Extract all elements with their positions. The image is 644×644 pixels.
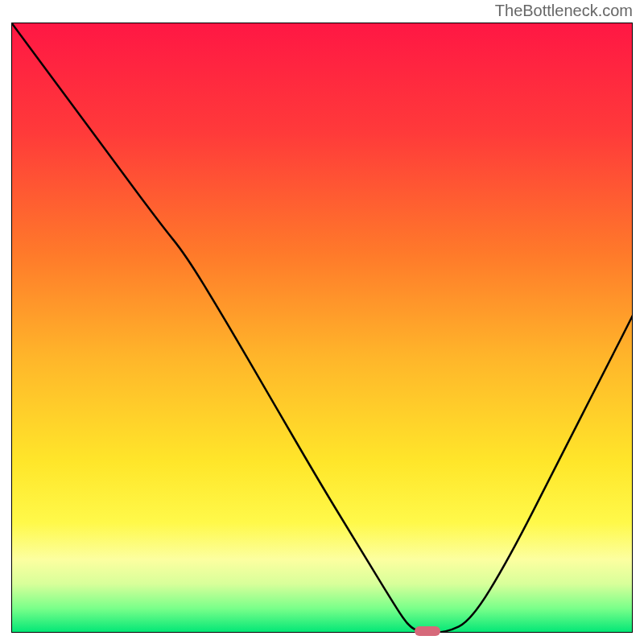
watermark-text: TheBottleneck.com [495,2,633,20]
bottleneck-curve [11,23,633,633]
svg-rect-1 [11,23,633,633]
chart-container [11,23,633,633]
optimal-marker [415,626,440,636]
